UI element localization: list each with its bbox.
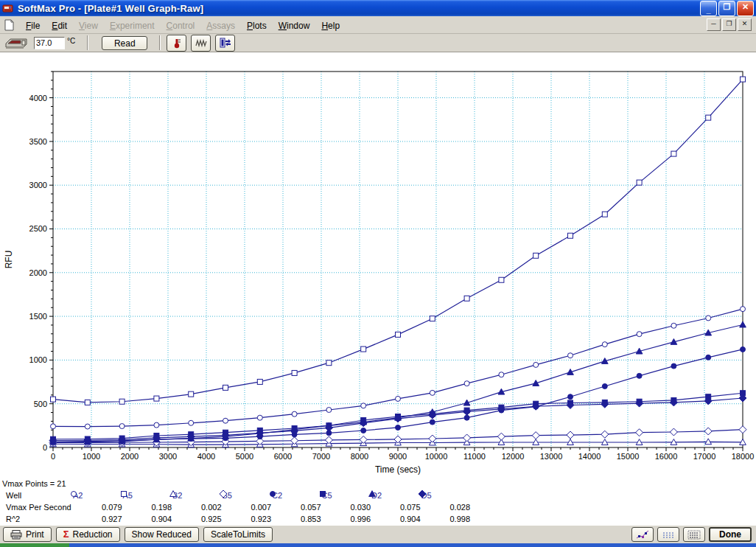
menu-item-window[interactable]: Window [273,18,316,33]
svg-text:12000: 12000 [502,452,525,461]
toolbar-separator [87,35,88,50]
filled-triangle-marker-icon [368,489,377,498]
show-reduced-label: Show Reduced [132,528,192,541]
menu-item-control: Control [161,18,201,33]
y-axis-label: RFU [4,251,14,269]
filled-circle-marker-icon [268,489,277,498]
well-legend-D2: D2 [368,489,418,501]
svg-text:0: 0 [43,443,47,452]
waveform-icon [195,38,207,47]
well-legend-A5: A5 [119,489,169,501]
menu-bar: FileEditViewExperimentControlAssaysPlots… [0,16,756,34]
mdi-restore-button[interactable]: ❐ [722,18,736,31]
drawer-open-close-button[interactable] [215,35,235,52]
svg-text:17000: 17000 [693,452,716,461]
mdi-close-button[interactable]: ✕ [738,18,752,31]
svg-text:2000: 2000 [121,452,139,461]
well-legend-B5: B5 [219,489,269,501]
plate-dots-icon [662,530,675,540]
svg-text:2500: 2500 [29,224,47,233]
plate-grid-outline-button[interactable] [683,527,705,542]
scale-to-limits-button[interactable]: ScaleToLimits [203,527,273,542]
open-triangle-marker-icon [169,489,178,498]
bottom-toolbar: Print Σ Reduction Show Reduced ScaleToLi… [0,525,756,543]
plate-grid-icon [687,530,701,540]
svg-text:4000: 4000 [197,452,215,461]
svg-text:500: 500 [34,400,47,408]
read-button[interactable]: Read [102,36,147,50]
menu-item-plots[interactable]: Plots [241,18,273,33]
vmax-value-B2: 0.002 [197,501,248,513]
open-circle-marker-icon [69,489,78,498]
r2-value-D5: 0.998 [447,513,497,525]
door-arrows-icon [220,38,231,48]
thermometer-icon [172,38,182,49]
vmax-value-D5: 0.028 [447,501,497,513]
print-button[interactable]: Print [3,527,52,542]
svg-text:14000: 14000 [578,452,601,461]
document-icon[interactable] [3,19,15,31]
svg-text:9000: 9000 [389,452,407,461]
show-reduced-button[interactable]: Show Reduced [125,527,199,542]
kinetic-plot[interactable]: 0100020003000400050006000700080009000100… [0,52,756,478]
reduction-label: Reduction [73,528,113,541]
vmax-value-B5: 0.007 [248,501,298,513]
menu-item-edit[interactable]: Edit [46,18,73,33]
well-legend-A2: A2 [69,489,119,501]
reduction-button[interactable]: Σ Reduction [56,527,120,542]
well-legend-C5: C5 [318,489,368,501]
svg-text:15000: 15000 [617,452,640,461]
well-legend-B2: B2 [169,489,219,501]
vmax-points-label: Vmax Points = 21 [2,478,518,489]
done-button[interactable]: Done [709,527,752,542]
svg-text:13000: 13000 [540,452,563,461]
instrument-toolbar: °C Read [0,34,756,52]
r2-value-C2: 0.853 [297,513,347,525]
temperature-control-button[interactable] [167,35,186,52]
plate-grid-button[interactable] [657,527,679,542]
scatter-view-button[interactable] [631,527,654,542]
well-legend-C2: C2 [268,489,318,501]
vmax-value-A2: 0.079 [98,501,148,513]
r2-value-B5: 0.923 [248,513,298,525]
menu-item-help[interactable]: Help [315,18,346,33]
minimize-button[interactable]: _ [700,1,717,16]
title-bar: SoftMax Pro - [Plate#1 Well Graph-Raw] _… [0,0,756,16]
close-button[interactable]: ✕ [737,1,754,16]
menu-item-file[interactable]: File [20,18,46,33]
r2-value-A2: 0.927 [98,513,148,525]
start-button-edge[interactable] [0,543,69,547]
svg-text:1000: 1000 [29,355,47,364]
svg-text:1000: 1000 [83,452,100,461]
svg-text:7000: 7000 [312,452,330,461]
sigma-icon: Σ [63,528,69,541]
scatter-plot-icon [636,529,649,540]
temperature-input[interactable] [34,37,65,49]
menu-item-view: View [73,18,104,33]
svg-text:6000: 6000 [274,452,292,461]
vmax-value-C5: 0.030 [347,501,397,513]
open-square-marker-icon [119,489,128,498]
svg-text:18000: 18000 [732,452,755,461]
open-diamond-marker-icon [219,489,228,498]
app-window: SoftMax Pro - [Plate#1 Well Graph-Raw] _… [0,0,756,547]
svg-text:8000: 8000 [351,452,368,461]
x-axis-label: Time (secs) [375,464,421,475]
vmax-row-label: Vmax Per Second [2,501,98,513]
r2-value-B2: 0.925 [197,513,248,525]
windows-taskbar-edge [0,543,756,547]
svg-text:3000: 3000 [159,452,177,461]
vmax-value-D2: 0.075 [396,501,447,513]
r2-value-D2: 0.904 [396,513,447,525]
mdi-minimize-button[interactable]: ─ [707,18,721,31]
toolbar-separator [159,35,161,50]
r2-value-C5: 0.996 [347,513,397,525]
kinetic-trace-button[interactable] [191,35,211,52]
window-title: SoftMax Pro - [Plate#1 Well Graph-Raw] [18,3,700,14]
vmax-value-C2: 0.057 [297,501,347,513]
filled-diamond-marker-icon [418,489,427,498]
svg-text:5000: 5000 [236,452,253,461]
restore-button[interactable]: ❐ [718,1,735,16]
svg-text:3500: 3500 [29,137,47,146]
well-legend-D5: D5 [418,489,468,501]
